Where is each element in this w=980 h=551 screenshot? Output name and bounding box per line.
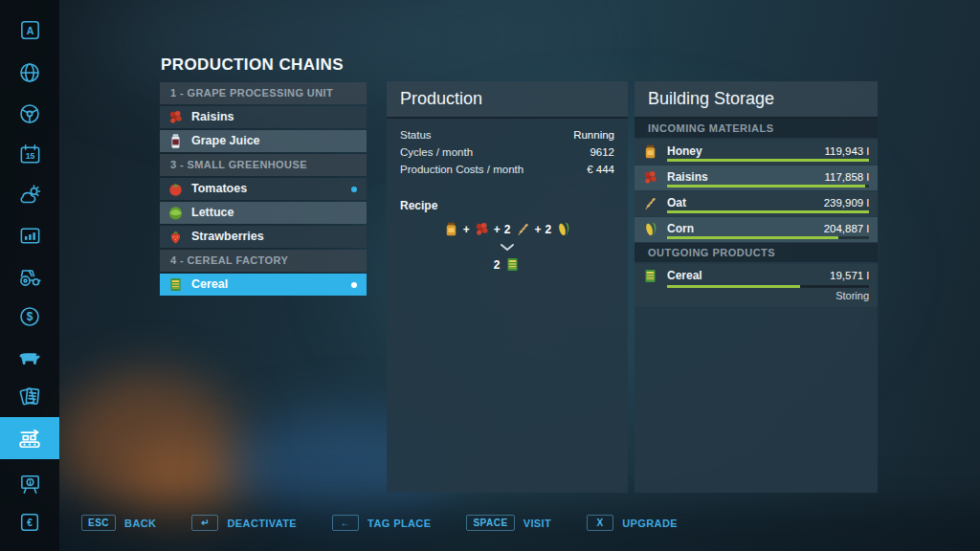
chain-item-label: Tomatoes <box>191 182 247 195</box>
key-cap: ESC <box>81 515 116 531</box>
hotkey-bar: ESCBACK↵DEACTIVATE←TAG PLACESPACEVISITXU… <box>81 515 678 531</box>
animals-icon <box>17 344 43 370</box>
vehicles-icon <box>17 101 42 126</box>
prices-icon: € <box>18 511 41 534</box>
hotkey-label: VISIT <box>523 518 552 529</box>
fill-level-bar <box>667 236 869 239</box>
sidebar-item-help[interactable] <box>0 466 59 502</box>
key-cap: X <box>587 515 613 531</box>
garage-icon <box>17 264 42 289</box>
weather-icon <box>17 183 42 208</box>
stat-label: Production Costs / month <box>400 164 523 175</box>
key-cap: ← <box>332 515 359 531</box>
storage-item-amount: 239,909 l <box>824 197 869 209</box>
raisins-icon <box>642 169 658 186</box>
fill-level-bar <box>667 159 869 162</box>
raisins-icon <box>167 109 184 125</box>
storage-item-amount: 117,858 l <box>825 171 869 183</box>
hotkey-visit[interactable]: SPACEVISIT <box>466 515 551 531</box>
fill-level-bar <box>667 185 869 187</box>
finances-icon: $ <box>17 304 42 329</box>
recipe-label: Recipe <box>387 199 628 212</box>
key-cap: ↵ <box>191 515 218 531</box>
fill-level-bar <box>667 210 869 213</box>
chain-item-grape-juice[interactable]: Grape Juice <box>160 130 367 152</box>
contracts-icon <box>17 384 43 409</box>
production-panel: Production StatusRunningCycles / month96… <box>387 81 628 493</box>
chain-item-label: Grape Juice <box>191 134 260 147</box>
svg-text:$: $ <box>27 310 33 323</box>
cereal-icon <box>642 268 658 284</box>
key-cap: SPACE <box>466 515 514 531</box>
hotkey-label: UPGRADE <box>622 518 678 529</box>
statistics-icon <box>18 224 42 248</box>
storage-item-name: Honey <box>667 144 702 158</box>
storage-item-amount: 204,887 l <box>824 223 869 234</box>
hotkey-back[interactable]: ESCBACK <box>81 515 156 531</box>
hotkey-upgrade[interactable]: XUPGRADE <box>587 515 678 531</box>
help-icon <box>18 473 42 496</box>
chain-item-label: Cereal <box>191 277 228 291</box>
cereal-icon <box>504 256 521 273</box>
sidebar-item-animals[interactable] <box>0 339 59 375</box>
hotkey-deactivate[interactable]: ↵DEACTIVATE <box>191 515 297 531</box>
hotkey-label: TAG PLACE <box>368 518 431 529</box>
storage-item-name: Corn <box>667 222 694 235</box>
storage-row-raisins[interactable]: Raisins117,858 l <box>635 165 878 190</box>
sidebar-item-garage[interactable] <box>0 258 59 295</box>
sidebar-item-map[interactable] <box>0 55 59 91</box>
recipe-inputs: ++2+2 <box>387 221 628 237</box>
production-stats: StatusRunningCycles / month9612Productio… <box>387 126 628 178</box>
chain-group-header: 4 - CEREAL FACTORY <box>160 250 367 272</box>
chain-item-lettuce[interactable]: Lettuce <box>160 202 367 224</box>
recipe-qty: 2 <box>494 258 501 272</box>
sidebar-item-calendar[interactable]: 15 <box>0 136 59 172</box>
sidebar-item-prices[interactable]: € <box>0 504 59 540</box>
storage-row-honey[interactable]: Honey119,943 l <box>635 140 878 165</box>
production-chains-icon <box>16 425 43 452</box>
sidebar-item-finances[interactable]: $ <box>0 298 59 335</box>
storage-panel-title: Building Storage <box>635 81 878 119</box>
stat-value: Running <box>573 129 614 141</box>
chain-item-raisins[interactable]: Raisins <box>160 106 367 128</box>
chain-item-tomatoes[interactable]: Tomatoes <box>160 178 367 200</box>
storage-row-oat[interactable]: Oat239,909 l <box>635 191 878 216</box>
sidebar: A15$€ <box>0 0 59 551</box>
production-stat-row: Production Costs / month€ 444 <box>387 161 628 178</box>
stat-value: 9612 <box>590 146 614 158</box>
ai-workers-icon: A <box>18 18 42 42</box>
chain-item-cereal[interactable]: Cereal <box>160 274 367 296</box>
svg-text:A: A <box>26 24 33 35</box>
storage-row-corn[interactable]: Corn204,887 l <box>635 217 878 242</box>
sidebar-item-statistics[interactable] <box>0 217 59 253</box>
tomatoes-icon <box>167 181 184 197</box>
corn-icon <box>555 221 571 237</box>
storage-row-cereal[interactable]: Cereal19,571 lStoring <box>635 264 878 307</box>
chain-item-strawberries[interactable]: Strawberries <box>160 226 367 248</box>
sidebar-item-ai-workers[interactable]: A <box>0 11 59 48</box>
corn-icon <box>642 221 658 237</box>
production-stat-row: StatusRunning <box>387 126 628 143</box>
storage-item-name: Oat <box>667 196 686 209</box>
active-production-dot <box>351 187 357 192</box>
recipe-qty: 2 <box>504 223 511 236</box>
raisins-icon <box>474 221 490 237</box>
production-stat-row: Cycles / month9612 <box>387 143 628 161</box>
chain-group-header: 3 - SMALL GREENHOUSE <box>160 154 367 176</box>
grape-juice-icon <box>167 133 184 149</box>
hotkey-tag-place[interactable]: ←TAG PLACE <box>332 515 431 531</box>
hotkey-label: DEACTIVATE <box>227 518 297 529</box>
chain-item-label: Raisins <box>191 110 234 123</box>
plus-sign: + <box>494 223 501 236</box>
sidebar-item-vehicles[interactable] <box>0 96 59 132</box>
honey-icon <box>443 221 459 237</box>
sidebar-item-contracts[interactable] <box>0 378 59 414</box>
storage-item-name: Raisins <box>667 170 708 184</box>
building-storage-panel: Building Storage INCOMING MATERIALSHoney… <box>635 81 878 493</box>
production-panel-title: Production <box>387 81 628 119</box>
active-production-dot <box>351 282 357 288</box>
svg-text:€: € <box>27 518 33 528</box>
sidebar-item-production-chains[interactable] <box>0 417 59 459</box>
honey-icon <box>642 143 658 160</box>
sidebar-item-weather[interactable] <box>0 177 59 213</box>
